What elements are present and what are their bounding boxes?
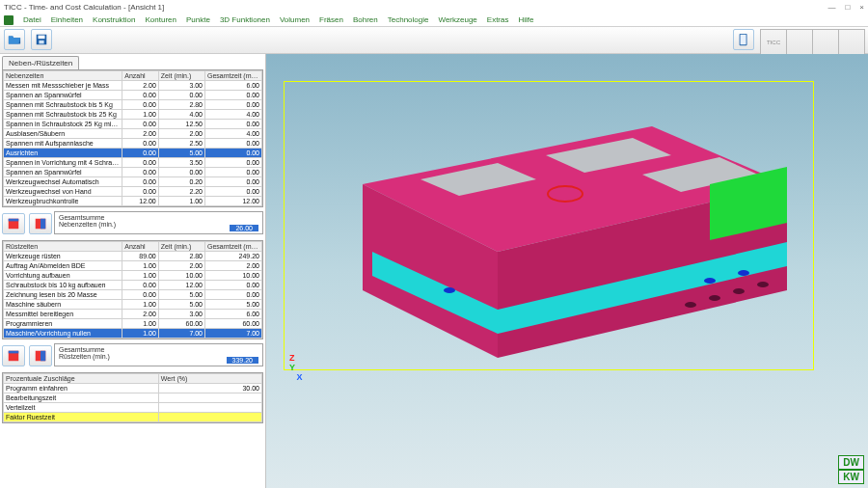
close-button[interactable]: ×	[859, 3, 864, 12]
table-row[interactable]: Messmittel bereitlegen2.003.006.00	[4, 310, 262, 319]
table-row[interactable]: Spannen mit Schraubstock bis 25 Kg1.004.…	[4, 110, 262, 120]
3d-viewer[interactable]: Z Y X DW KW	[266, 54, 868, 488]
cell[interactable]: Spannen mit Schraubstock bis 5 Kg	[4, 100, 122, 110]
cell[interactable]: 6.00	[205, 81, 262, 91]
cell[interactable]: Faktor Ruestzeit	[4, 413, 159, 422]
cell[interactable]: Ausblasen/Säubern	[4, 129, 122, 139]
cell[interactable]: 0.00	[205, 177, 262, 187]
menu-item[interactable]: Konturen	[146, 15, 176, 24]
menu-item[interactable]: Extras	[487, 15, 509, 24]
cell[interactable]: Spannen an Spannwürfel	[4, 91, 122, 100]
cell[interactable]: 1.00	[158, 197, 204, 206]
cell[interactable]: Programmieren	[4, 319, 122, 329]
menu-item[interactable]: Technologie	[388, 15, 429, 24]
table-row[interactable]: Maschine säubern1.005.005.00	[4, 300, 262, 310]
table-row[interactable]: Spannen in Schraubstock 25 Kg mit Kran0.…	[4, 120, 262, 129]
tab-nebenruest[interactable]: Neben-/Rüstzeiten	[2, 56, 79, 69]
cell[interactable]: 89.00	[122, 252, 159, 261]
nebenzeiten-table[interactable]: Nebenzeiten Anzahl Zeit (min.) Gesamtzei…	[3, 70, 262, 206]
menu-item[interactable]: Volumen	[280, 15, 310, 24]
cell[interactable]: 0.00	[122, 100, 159, 110]
cell[interactable]: 0.00	[122, 149, 159, 158]
menu-item[interactable]: Fräsen	[319, 15, 343, 24]
cell[interactable]: Messmittel bereitlegen	[4, 310, 122, 319]
cell[interactable]: 0.00	[205, 281, 262, 290]
cell[interactable]: Werkzeugwechsel von Hand	[4, 187, 122, 197]
cell[interactable]: 0.00	[122, 281, 159, 290]
cell[interactable]: 7.00	[158, 329, 204, 339]
table-row[interactable]: Maschine/Vorrichtung nullen1.007.007.00	[4, 329, 262, 339]
cell[interactable]: Spannen in Vorrichtung mit 4 Schrauben	[4, 158, 122, 168]
badge-dw[interactable]: DW	[838, 455, 864, 470]
col-header[interactable]: Gesamtzeit (min.)	[205, 71, 262, 81]
cell[interactable]: 60.00	[205, 319, 262, 329]
cell[interactable]: 2.00	[122, 310, 159, 319]
cell[interactable]: 1.00	[122, 300, 159, 310]
rz-action2-button[interactable]	[29, 345, 52, 366]
cell[interactable]: Bearbeitungszeit	[4, 393, 159, 403]
col-header[interactable]: Gesamtzeit (min.)	[205, 242, 262, 252]
cell[interactable]: 0.00	[205, 168, 262, 177]
cell[interactable]: 6.00	[205, 310, 262, 319]
cell[interactable]: 0.00	[205, 139, 262, 149]
col-header[interactable]: Wert (%)	[158, 374, 261, 384]
cell[interactable]: 60.00	[158, 319, 204, 329]
col-header[interactable]: Prozentuale Zuschläge	[4, 374, 159, 384]
cell[interactable]: 0.00	[205, 149, 262, 158]
cell[interactable]: Ausrichten	[4, 149, 122, 158]
cell[interactable]: 1.00	[122, 319, 159, 329]
nz-action2-button[interactable]	[29, 213, 52, 234]
table-row[interactable]: Faktor Ruestzeit	[4, 413, 262, 422]
table-row[interactable]: Werkzeuge rüsten89.002.80249.20	[4, 252, 262, 261]
cell[interactable]: 0.20	[158, 177, 204, 187]
table-row[interactable]: Programmieren1.0060.0060.00	[4, 319, 262, 329]
table-row[interactable]: Werkzeugwechsel Automatisch0.000.200.00	[4, 177, 262, 187]
cell[interactable]: 5.00	[158, 300, 204, 310]
cell[interactable]: 2.80	[158, 100, 204, 110]
cell[interactable]: Zeichnung lesen bis 20 Masse	[4, 290, 122, 300]
cell[interactable]: 4.00	[158, 110, 204, 120]
cell[interactable]: 0.00	[122, 158, 159, 168]
col-header[interactable]: Anzahl	[122, 71, 159, 81]
cell[interactable]: 5.00	[205, 300, 262, 310]
table-row[interactable]: Programm einfahren30.00	[4, 384, 262, 393]
table-row[interactable]: Spannen mit Aufspannlasche0.002.500.00	[4, 139, 262, 149]
cell[interactable]: 0.00	[205, 290, 262, 300]
col-header[interactable]: Anzahl	[122, 242, 159, 252]
table-row[interactable]: Schraubstock bis 10 kg aufbauen0.0012.00…	[4, 281, 262, 290]
cell[interactable]: 2.00	[122, 129, 159, 139]
document-button[interactable]	[733, 29, 754, 50]
table-row[interactable]: Messen mit Messschieber je Mass2.003.006…	[4, 81, 262, 91]
ruestzeiten-table[interactable]: Rüstzeiten Anzahl Zeit (min.) Gesamtzeit…	[3, 241, 262, 339]
cell[interactable]: 0.00	[122, 91, 159, 100]
cell[interactable]: Maschine säubern	[4, 300, 122, 310]
cell[interactable]: 1.00	[122, 261, 159, 271]
nz-action1-button[interactable]	[2, 213, 25, 234]
cell[interactable]: 5.00	[158, 290, 204, 300]
menu-item[interactable]: Konstruktion	[93, 15, 135, 24]
table-row[interactable]: Ausblasen/Säubern2.002.004.00	[4, 129, 262, 139]
cell[interactable]	[158, 393, 261, 403]
cell[interactable]: 12.00	[205, 197, 262, 206]
cell[interactable]: 2.20	[158, 187, 204, 197]
col-header[interactable]: Rüstzeiten	[4, 242, 122, 252]
cell[interactable]: Werkzeugbruchkontrolle	[4, 197, 122, 206]
cell[interactable]: Schraubstock bis 10 kg aufbauen	[4, 281, 122, 290]
cell[interactable]: Auftrag An/Abmelden BDE	[4, 261, 122, 271]
cell[interactable]: 30.00	[158, 384, 261, 393]
cell[interactable]: 0.00	[122, 290, 159, 300]
cell[interactable]: 0.00	[122, 187, 159, 197]
cell[interactable]: 2.80	[158, 252, 204, 261]
cell[interactable]: 1.00	[122, 271, 159, 281]
cell[interactable]: 12.00	[122, 197, 159, 206]
menu-item[interactable]: Werkzeuge	[438, 15, 476, 24]
cell[interactable]: Werkzeugwechsel Automatisch	[4, 177, 122, 187]
table-row[interactable]: Werkzeugbruchkontrolle12.001.0012.00	[4, 197, 262, 206]
cell[interactable]: Programm einfahren	[4, 384, 159, 393]
col-header[interactable]: Zeit (min.)	[158, 242, 204, 252]
table-row[interactable]: Werkzeugwechsel von Hand0.002.200.00	[4, 187, 262, 197]
cell[interactable]: Vorrichtung aufbauen	[4, 271, 122, 281]
cell[interactable]: 4.00	[205, 129, 262, 139]
cell[interactable]: 0.00	[158, 91, 204, 100]
cell[interactable]: Verteilzeit	[4, 403, 159, 413]
